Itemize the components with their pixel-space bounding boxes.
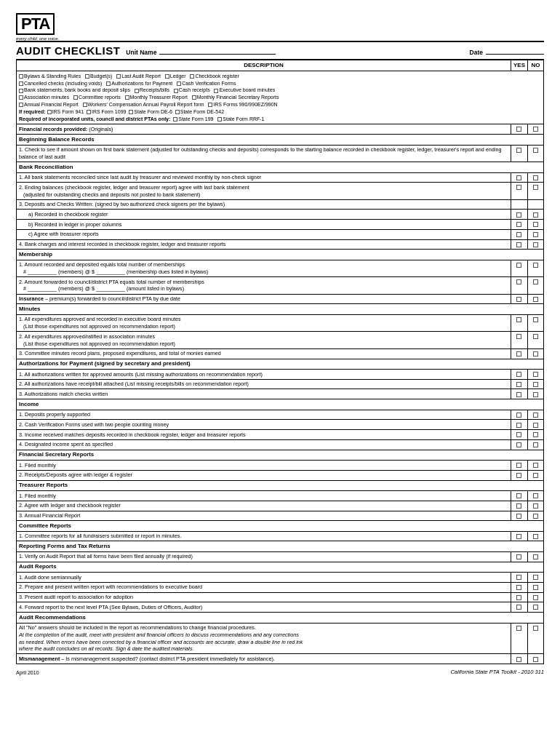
cb-comm1-yes[interactable] xyxy=(516,534,521,539)
bank-yes4[interactable] xyxy=(511,239,527,250)
cb-cash-receipts[interactable] xyxy=(174,89,178,93)
cb-bank2-no[interactable] xyxy=(533,185,538,190)
cb-treas3-no[interactable] xyxy=(533,514,538,519)
cb-last-audit[interactable] xyxy=(116,74,121,79)
inc-yes2[interactable] xyxy=(511,420,527,430)
cb-min1-no[interactable] xyxy=(533,317,538,322)
cb-beg1-no[interactable] xyxy=(533,148,538,153)
treas-yes2[interactable] xyxy=(511,501,527,511)
auth-yes2[interactable] xyxy=(511,379,527,389)
cb-de542[interactable] xyxy=(175,110,180,114)
cb-aud2-yes[interactable] xyxy=(516,585,521,590)
treas-no3[interactable] xyxy=(528,511,544,521)
cb-auth1-no[interactable] xyxy=(533,372,538,377)
cb-rep1-no[interactable] xyxy=(533,554,538,559)
cb-finsec1-yes[interactable] xyxy=(516,463,521,468)
financial-records-yes[interactable] xyxy=(511,124,527,135)
cb-bankc-yes[interactable] xyxy=(516,232,521,237)
cb-monthly-fin[interactable] xyxy=(192,95,196,100)
aud-yes4[interactable] xyxy=(511,602,527,613)
auth-no1[interactable] xyxy=(528,370,544,380)
cb-ledger[interactable] xyxy=(165,74,169,79)
rec-yes1[interactable] xyxy=(511,623,527,654)
rep-no1[interactable] xyxy=(528,551,544,562)
cb-annual-fin[interactable] xyxy=(19,103,23,107)
min-yes3[interactable] xyxy=(511,348,527,359)
finsec-no1[interactable] xyxy=(528,461,544,471)
bank-yes2[interactable] xyxy=(511,183,527,199)
cb-bank-statements[interactable] xyxy=(19,89,23,93)
cb-beg1-yes[interactable] xyxy=(516,148,521,153)
financial-records-no[interactable] xyxy=(528,124,544,135)
cb-bankb-no[interactable] xyxy=(533,222,538,227)
aud-no4[interactable] xyxy=(528,602,544,613)
rep-yes1[interactable] xyxy=(511,551,527,562)
mem-no2[interactable] xyxy=(528,277,544,294)
cb-cash-verif[interactable] xyxy=(177,81,181,86)
cb-budgets[interactable] xyxy=(85,74,89,79)
cb-workers-comp[interactable] xyxy=(83,103,87,107)
date-field[interactable] xyxy=(486,47,544,55)
mem-yes1[interactable] xyxy=(511,260,527,276)
min-no3[interactable] xyxy=(528,348,544,359)
comm-no1[interactable] xyxy=(528,531,544,541)
bank-sub-b-no[interactable] xyxy=(528,220,544,230)
cb-aud4-no[interactable] xyxy=(533,605,538,610)
bank-sub-a-yes[interactable] xyxy=(511,210,527,220)
cb-bank2-yes[interactable] xyxy=(516,185,521,190)
cb-finsec1-no[interactable] xyxy=(533,463,538,468)
beg-bal-yes1[interactable] xyxy=(511,145,527,162)
cb-irs941[interactable] xyxy=(47,110,52,114)
auth-no2[interactable] xyxy=(528,379,544,389)
cb-receipts[interactable] xyxy=(135,89,139,93)
cb-bankb-yes[interactable] xyxy=(516,222,521,227)
cb-treas1-yes[interactable] xyxy=(516,493,521,498)
inc-yes4[interactable] xyxy=(511,439,527,450)
treas-yes1[interactable] xyxy=(511,491,527,501)
min-yes2[interactable] xyxy=(511,332,527,348)
unit-name-field[interactable] xyxy=(159,47,276,55)
bank-no2[interactable] xyxy=(528,183,544,199)
cb-min2-yes[interactable] xyxy=(516,334,521,339)
min-no2[interactable] xyxy=(528,332,544,348)
cb-form199[interactable] xyxy=(173,117,177,121)
treas-no2[interactable] xyxy=(528,501,544,511)
cb-auth1-yes[interactable] xyxy=(516,372,521,377)
inc-no4[interactable] xyxy=(528,439,544,450)
cb-auth2-yes[interactable] xyxy=(516,382,521,387)
aud-no2[interactable] xyxy=(528,582,544,592)
cb-aud4-yes[interactable] xyxy=(516,605,521,610)
cb-auth2-no[interactable] xyxy=(533,382,538,387)
cb-finsec2-yes[interactable] xyxy=(516,473,521,478)
cb-aud3-yes[interactable] xyxy=(516,595,521,600)
min-yes1[interactable] xyxy=(511,314,527,331)
cb-aud2-no[interactable] xyxy=(533,585,538,590)
cb-bylaws[interactable] xyxy=(19,74,23,79)
bank-sub-b-yes[interactable] xyxy=(511,220,527,230)
auth-yes3[interactable] xyxy=(511,389,527,399)
cb-inc3-yes[interactable] xyxy=(516,432,521,437)
cb-bank4-no[interactable] xyxy=(533,242,538,247)
comm-yes1[interactable] xyxy=(511,531,527,541)
bank-yes1[interactable] xyxy=(511,172,527,183)
finsec-no2[interactable] xyxy=(528,470,544,480)
cb-aud1-no[interactable] xyxy=(533,575,538,580)
cb-inc1-no[interactable] xyxy=(533,413,538,418)
mis-no[interactable] xyxy=(528,654,544,664)
finsec-yes2[interactable] xyxy=(511,470,527,480)
mem-yes2[interactable] xyxy=(511,277,527,294)
insurance-yes[interactable] xyxy=(511,294,527,304)
cb-irs-forms[interactable] xyxy=(208,103,212,107)
cb-finsec2-no[interactable] xyxy=(533,473,538,478)
cb-auth-payment[interactable] xyxy=(106,81,111,86)
rec-no1[interactable] xyxy=(528,623,544,654)
cb-treas2-no[interactable] xyxy=(533,503,538,509)
inc-yes3[interactable] xyxy=(511,430,527,440)
treas-no1[interactable] xyxy=(528,491,544,501)
cb-de6[interactable] xyxy=(129,110,133,114)
aud-yes3[interactable] xyxy=(511,592,527,602)
cb-aud1-yes[interactable] xyxy=(516,575,521,580)
cb-inc1-yes[interactable] xyxy=(516,413,521,418)
cb-auth3-no[interactable] xyxy=(533,392,538,397)
cb-mis-yes[interactable] xyxy=(516,657,521,662)
